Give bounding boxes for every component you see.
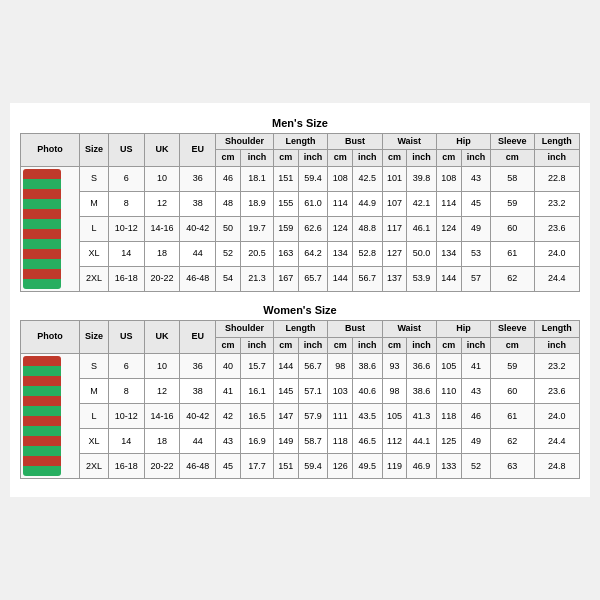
table-cell: 48.8 bbox=[353, 217, 383, 242]
table-cell: 40-42 bbox=[180, 217, 216, 242]
length-inch: inch bbox=[298, 150, 328, 167]
table-cell: 20-22 bbox=[144, 454, 180, 479]
table-cell: 65.7 bbox=[298, 267, 328, 292]
table-cell: 151 bbox=[273, 454, 298, 479]
table-cell: 44 bbox=[180, 429, 216, 454]
table-row: XL1418444316.914958.711846.511244.112549… bbox=[21, 429, 580, 454]
table-row: M812384116.114557.110340.69838.611043602… bbox=[21, 379, 580, 404]
table-cell: 42 bbox=[216, 404, 241, 429]
table-cell: 144 bbox=[273, 354, 298, 379]
table-row: M812384818.915561.011444.910742.11144559… bbox=[21, 192, 580, 217]
table-cell: 23.6 bbox=[534, 217, 579, 242]
table-cell: S bbox=[80, 354, 109, 379]
hip-header: Hip bbox=[436, 133, 490, 150]
table-cell: 42.1 bbox=[407, 192, 437, 217]
table-cell: 98 bbox=[328, 354, 353, 379]
table-cell: 61 bbox=[491, 404, 534, 429]
table-cell: 114 bbox=[328, 192, 353, 217]
table-row: S610364618.115159.410842.510139.81084358… bbox=[21, 167, 580, 192]
photo-cell-men bbox=[21, 167, 80, 292]
mens-section-title: Men's Size bbox=[20, 113, 580, 133]
w-sleeve-length-header: Length bbox=[534, 321, 579, 338]
table-cell: 20-22 bbox=[144, 267, 180, 292]
table-cell: 145 bbox=[273, 379, 298, 404]
table-cell: 38.6 bbox=[407, 379, 437, 404]
table-cell: 45 bbox=[216, 454, 241, 479]
table-cell: 125 bbox=[436, 429, 461, 454]
waist-header: Waist bbox=[382, 133, 436, 150]
table-cell: 36 bbox=[180, 167, 216, 192]
table-cell: 2XL bbox=[80, 267, 109, 292]
table-cell: 124 bbox=[436, 217, 461, 242]
table-cell: 49.5 bbox=[353, 454, 383, 479]
table-cell: 36 bbox=[180, 354, 216, 379]
shoulder-inch: inch bbox=[240, 150, 273, 167]
table-cell: XL bbox=[80, 429, 109, 454]
shoulder-header: Shoulder bbox=[216, 133, 274, 150]
table-cell: 46-48 bbox=[180, 454, 216, 479]
shoulder-cm: cm bbox=[216, 150, 241, 167]
table-cell: 39.8 bbox=[407, 167, 437, 192]
table-cell: 14 bbox=[108, 242, 144, 267]
table-cell: 10 bbox=[144, 167, 180, 192]
table-cell: 111 bbox=[328, 404, 353, 429]
table-cell: 62 bbox=[491, 429, 534, 454]
table-cell: 18 bbox=[144, 242, 180, 267]
table-cell: 43 bbox=[216, 429, 241, 454]
table-cell: 41.3 bbox=[407, 404, 437, 429]
w-shoulder-cm: cm bbox=[216, 337, 241, 354]
waist-inch: inch bbox=[407, 150, 437, 167]
womens-size-table: Photo Size US UK EU Shoulder Length Bust… bbox=[20, 320, 580, 479]
table-cell: 40 bbox=[216, 354, 241, 379]
table-cell: 46 bbox=[216, 167, 241, 192]
w-hip-inch: inch bbox=[461, 337, 491, 354]
w-hip-header: Hip bbox=[436, 321, 490, 338]
table-cell: 62 bbox=[491, 267, 534, 292]
table-cell: 19.7 bbox=[240, 217, 273, 242]
table-cell: 24.8 bbox=[534, 454, 579, 479]
table-cell: M bbox=[80, 192, 109, 217]
table-cell: 16.1 bbox=[240, 379, 273, 404]
table-cell: 41 bbox=[461, 354, 491, 379]
table-cell: 108 bbox=[328, 167, 353, 192]
table-cell: 57 bbox=[461, 267, 491, 292]
w-sleeve-header: Sleeve bbox=[491, 321, 534, 338]
table-cell: 127 bbox=[382, 242, 407, 267]
w-waist-cm: cm bbox=[382, 337, 407, 354]
table-cell: 38 bbox=[180, 379, 216, 404]
table-cell: 24.0 bbox=[534, 404, 579, 429]
bust-header: Bust bbox=[328, 133, 382, 150]
table-row: 2XL16-1820-2246-485421.316765.714456.713… bbox=[21, 267, 580, 292]
table-cell: 49 bbox=[461, 429, 491, 454]
table-cell: 44 bbox=[180, 242, 216, 267]
table-cell: 57.1 bbox=[298, 379, 328, 404]
table-cell: 62.6 bbox=[298, 217, 328, 242]
table-cell: 40-42 bbox=[180, 404, 216, 429]
table-cell: 43.5 bbox=[353, 404, 383, 429]
table-cell: 8 bbox=[108, 379, 144, 404]
table-cell: 46.1 bbox=[407, 217, 437, 242]
w-bust-header: Bust bbox=[328, 321, 382, 338]
table-cell: 103 bbox=[328, 379, 353, 404]
table-cell: 42.5 bbox=[353, 167, 383, 192]
table-cell: 105 bbox=[436, 354, 461, 379]
table-cell: 16.9 bbox=[240, 429, 273, 454]
table-cell: 22.8 bbox=[534, 167, 579, 192]
table-cell: 118 bbox=[328, 429, 353, 454]
table-cell: 16.5 bbox=[240, 404, 273, 429]
table-cell: 60 bbox=[491, 217, 534, 242]
table-cell: 44.9 bbox=[353, 192, 383, 217]
table-cell: 101 bbox=[382, 167, 407, 192]
womens-section-title: Women's Size bbox=[20, 300, 580, 320]
table-cell: 14-16 bbox=[144, 217, 180, 242]
table-cell: 23.2 bbox=[534, 192, 579, 217]
table-cell: 48 bbox=[216, 192, 241, 217]
table-cell: 57.9 bbox=[298, 404, 328, 429]
table-cell: 159 bbox=[273, 217, 298, 242]
table-cell: 110 bbox=[436, 379, 461, 404]
sleeve-length-header: Length bbox=[534, 133, 579, 150]
table-cell: 59.4 bbox=[298, 167, 328, 192]
table-cell: 41 bbox=[216, 379, 241, 404]
table-cell: 16-18 bbox=[108, 267, 144, 292]
w-photo-header: Photo bbox=[21, 321, 80, 354]
